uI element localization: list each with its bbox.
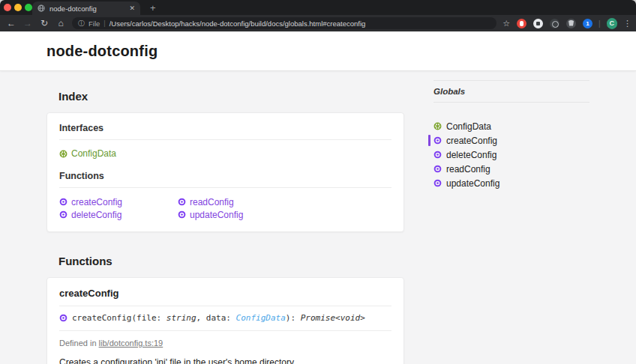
interface-link-configdata[interactable]: ConfigData (71, 148, 116, 159)
browser-toolbar: ← → ↻ ⌂ ⓘ File | /Users/carlos/Desktop/h… (0, 15, 636, 31)
function-link-createconfig[interactable]: createConfig (71, 197, 122, 207)
globe-favicon-icon (38, 4, 45, 12)
function-icon (59, 210, 68, 219)
source-file-link[interactable]: lib/dotconfig.ts:19 (99, 339, 164, 348)
function-icon (434, 165, 442, 173)
tab-title: node-dotconfig (50, 4, 124, 13)
toolbar-divider: | (598, 19, 601, 28)
index-card: Interfaces ConfigData Functions createCo… (46, 112, 404, 232)
profile-avatar[interactable]: C (607, 18, 617, 29)
address-bar[interactable]: ⓘ File | /Users/carlos/Desktop/hacks/nod… (72, 17, 496, 29)
function-icon (434, 179, 442, 187)
list-item: createConfig (59, 195, 178, 208)
signature-text: createConfig(file: string, data: ConfigD… (72, 313, 365, 323)
sidebar-item-deleteconfig[interactable]: deleteConfig (434, 148, 590, 162)
divider (434, 102, 590, 103)
function-link-deleteconfig[interactable]: deleteConfig (71, 210, 122, 220)
page-content: node-dotconfig Index Interfaces ConfigDa… (0, 31, 636, 364)
extension-icon-2[interactable] (533, 19, 543, 28)
function-icon (59, 198, 68, 206)
interfaces-label: Interfaces (59, 123, 392, 140)
forward-icon[interactable]: → (20, 18, 36, 28)
sidebar-link[interactable]: updateConfig (446, 178, 500, 189)
close-button[interactable] (4, 4, 11, 11)
defined-in: Defined in lib/dotconfig.ts:19 (59, 339, 392, 348)
bookmark-star-icon[interactable]: ☆ (502, 19, 510, 28)
sidebar-item-readconfig[interactable]: readConfig (434, 162, 590, 176)
sidebar-heading: Globals (434, 81, 590, 102)
browser-window: node-dotconfig ✕ + ← → ↻ ⌂ ⓘ File | /Use… (0, 0, 636, 364)
site-header: node-dotconfig (0, 31, 636, 71)
function-signature: createConfig(file: string, data: ConfigD… (59, 306, 392, 331)
sidebar-link[interactable]: readConfig (446, 164, 490, 175)
adblock-extension-icon[interactable] (517, 19, 526, 28)
url-path: /Users/carlos/Desktop/hacks/node-dotconf… (110, 19, 366, 28)
list-item: updateConfig (178, 208, 392, 221)
page-title: node-dotconfig (46, 43, 158, 60)
tab-close-icon[interactable]: ✕ (129, 4, 135, 12)
function-description: Creates a configuration 'ini' file in th… (59, 357, 392, 364)
index-heading: Index (46, 90, 404, 103)
browser-tab[interactable]: node-dotconfig ✕ (32, 1, 140, 15)
shield-extension-icon[interactable] (566, 19, 576, 28)
browser-menu-icon[interactable]: ⋮ (623, 19, 632, 28)
minimize-button[interactable] (14, 4, 22, 11)
home-icon[interactable]: ⌂ (52, 18, 69, 28)
functions-index-list: createConfig deleteConfig readConfig upd… (59, 195, 392, 221)
functions-section-heading: Functions (46, 255, 404, 267)
list-item: ConfigData (59, 148, 392, 159)
function-icon (178, 210, 186, 219)
sidebar-link[interactable]: deleteConfig (446, 150, 496, 160)
function-icon (434, 151, 442, 159)
createconfig-card: createConfig createConfig(file: string, … (46, 277, 404, 364)
interface-icon (59, 150, 68, 158)
url-separator: | (104, 19, 105, 27)
type-link-configdata[interactable]: ConfigData (236, 313, 286, 323)
functions-label: Functions (59, 171, 392, 188)
onepassword-extension-icon[interactable]: 1 (583, 19, 592, 28)
sidebar-link[interactable]: ConfigData (446, 121, 491, 132)
sidebar-item-createconfig[interactable]: createConfig (434, 133, 590, 148)
sidebar-item-updateconfig[interactable]: updateConfig (434, 176, 590, 190)
zoom-button[interactable] (25, 4, 32, 11)
back-icon[interactable]: ← (3, 18, 20, 28)
globals-sidebar: Globals ConfigData createConfig (434, 80, 590, 190)
new-tab-icon[interactable]: + (150, 2, 156, 14)
function-icon (434, 136, 442, 145)
active-indicator (428, 135, 430, 146)
interface-icon (434, 122, 442, 130)
list-item: readConfig (178, 195, 392, 208)
function-link-updateconfig[interactable]: updateConfig (190, 210, 243, 220)
main-column: Index Interfaces ConfigData Functions (46, 72, 404, 364)
url-scheme-label: File (88, 19, 100, 28)
function-icon (178, 198, 186, 206)
sidebar-list: ConfigData createConfig deleteConfig rea… (434, 119, 590, 190)
reload-icon[interactable]: ↻ (36, 18, 52, 28)
function-entry-name: createConfig (59, 288, 392, 306)
function-link-readconfig[interactable]: readConfig (190, 197, 234, 207)
sidebar-link[interactable]: createConfig (446, 136, 497, 146)
sidebar-item-configdata[interactable]: ConfigData (434, 119, 590, 133)
clock-extension-icon[interactable] (550, 19, 560, 28)
info-icon[interactable]: ⓘ (78, 19, 85, 28)
list-item: deleteConfig (59, 208, 178, 221)
function-icon (59, 314, 68, 322)
tab-strip: node-dotconfig ✕ + (0, 0, 636, 15)
